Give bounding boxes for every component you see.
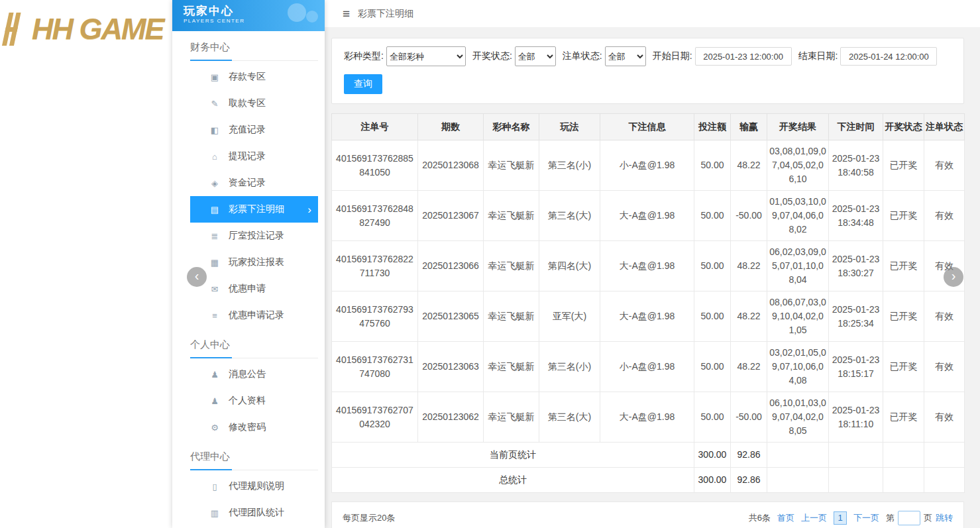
table-cell: 401569173762822711730 — [332, 241, 418, 291]
pagination-bar: 每页显示20条 共6条 首页 上一页 1 下一页 第 页 跳转 — [331, 502, 964, 528]
page-jump-button[interactable]: 跳转 — [936, 512, 953, 524]
table-cell: 48.22 — [731, 241, 767, 291]
start-date-input[interactable] — [695, 47, 792, 66]
lottery-type-select[interactable]: 全部彩种 — [386, 46, 466, 66]
table-cell: 已开奖 — [883, 191, 924, 241]
profile-icon: ♟ — [209, 396, 221, 406]
logo-panel: HH GAME — [0, 0, 172, 528]
content-area: 彩种类型: 全部彩种 开奖状态: 全部 注单状态: 全部 开始日期: 结束日期: — [325, 27, 980, 528]
message-icon: ♟ — [209, 370, 221, 380]
table-row: 40156917376288584105020250123068幸运飞艇新第三名… — [332, 140, 965, 191]
table-cell: 48.22 — [731, 140, 767, 191]
table-cell: 03,08,01,09,07,04,05,02,06,10 — [767, 140, 829, 191]
hall-bet-records-icon: ≣ — [209, 231, 221, 241]
table-cell: 小-A盘@1.98 — [600, 140, 694, 191]
draw-status-label: 开奖状态: — [472, 50, 512, 62]
recharge-records-icon: ◧ — [209, 125, 221, 135]
end-date-input[interactable] — [840, 47, 937, 66]
page-jump-input[interactable] — [898, 511, 920, 525]
table-cell: 已开奖 — [883, 392, 924, 443]
table-cell: 06,10,01,03,09,07,04,02,08,05 — [767, 392, 829, 443]
summary-row: 当前页统计300.0092.86 — [332, 443, 965, 468]
carousel-next-button[interactable]: › — [944, 267, 963, 287]
table-row: 40156917376273174708020250123063幸运飞艇新第三名… — [332, 342, 965, 392]
prev-page-link[interactable]: 上一页 — [801, 512, 827, 524]
table-cell: 03,02,01,05,09,07,10,06,04,08 — [767, 342, 829, 392]
sidebar: 玩家中心 PLAYERS CENTER 财务中心▣存款专区✎取款专区◧充值记录⌂… — [172, 0, 325, 528]
table-cell: 48.22 — [731, 342, 767, 392]
table-cell: 2025-01-23 18:15:17 — [829, 342, 883, 392]
table-cell: 50.00 — [694, 392, 731, 443]
sidebar-item-player-bet-report[interactable]: ▦玩家投注报表 — [190, 249, 318, 276]
table-cell: 已开奖 — [883, 342, 924, 392]
table-cell: 大-A盘@1.98 — [600, 241, 694, 291]
table-cell: 20250123063 — [418, 342, 484, 392]
table-cell: 幸运飞艇新 — [484, 291, 539, 342]
table-cell: 有效 — [924, 342, 965, 392]
table-cell: 50.00 — [694, 140, 731, 191]
table-cell: 20250123068 — [418, 140, 484, 191]
summary-label-cell: 当前页统计 — [332, 443, 694, 468]
sidebar-item-funds-records[interactable]: ◈资金记录 — [190, 170, 318, 196]
sidebar-item-promo-apply[interactable]: ✉优惠申请 — [190, 276, 318, 302]
sidebar-item-withdraw-zone[interactable]: ✎取款专区 — [190, 90, 318, 117]
sidebar-item-hall-bet-records[interactable]: ≣厅室投注记录 — [190, 223, 318, 249]
column-header: 彩种名称 — [484, 114, 539, 140]
table-cell: 401569173762731747080 — [332, 342, 418, 392]
draw-status-select[interactable]: 全部 — [515, 46, 556, 66]
lottery-bet-details-icon: ▤ — [209, 205, 221, 215]
brand-logo-text: HH GAME — [32, 12, 164, 46]
main-area: ≡ 彩票下注明细 彩种类型: 全部彩种 开奖状态: 全部 注单状态: 全部 — [325, 0, 980, 528]
filter-panel: 彩种类型: 全部彩种 开奖状态: 全部 注单状态: 全部 开始日期: 结束日期: — [331, 38, 964, 104]
sidebar-item-label: 提现记录 — [229, 150, 266, 162]
table-cell: 20250123062 — [418, 392, 484, 443]
table-cell: 20250123067 — [418, 191, 484, 241]
column-header: 注单状态 — [924, 114, 965, 140]
carousel-prev-button[interactable]: ‹ — [187, 267, 207, 287]
sidebar-item-recharge-records[interactable]: ◧充值记录 — [190, 117, 318, 143]
table-cell: 第四名(大) — [539, 241, 600, 291]
jump-suffix-label: 页 — [924, 512, 932, 524]
table-cell: 50.00 — [694, 241, 731, 291]
sidebar-item-profile[interactable]: ♟个人资料 — [190, 388, 318, 414]
table-cell: 大-A盘@1.98 — [600, 191, 694, 241]
hamburger-menu-icon[interactable]: ≡ — [343, 7, 350, 21]
table-cell: 20250123066 — [418, 241, 484, 291]
funds-records-icon: ◈ — [209, 178, 221, 188]
sidebar-item-promo-apply-records[interactable]: ≡优惠申请记录 — [190, 302, 318, 329]
summary-win-loss-cell: 92.86 — [731, 468, 767, 493]
sidebar-item-cashout-records[interactable]: ⌂提现记录 — [190, 143, 318, 170]
sidebar-item-label: 存款专区 — [229, 71, 266, 83]
summary-empty-cell — [829, 468, 883, 493]
sidebar-item-lottery-bet-details[interactable]: ▤彩票下注明细› — [190, 196, 318, 223]
sidebar-item-label: 彩票下注明细 — [229, 203, 284, 215]
first-page-link[interactable]: 首页 — [777, 512, 794, 524]
table-cell: 401569173762707042320 — [332, 392, 418, 443]
sidebar-item-deposit-zone[interactable]: ▣存款专区 — [190, 64, 318, 90]
column-header: 下注信息 — [600, 114, 694, 140]
sidebar-item-agent-team-stats[interactable]: ▥代理团队统计 — [190, 500, 318, 526]
next-page-link[interactable]: 下一页 — [853, 512, 879, 524]
sidebar-item-change-password[interactable]: ⚙修改密码 — [190, 414, 318, 441]
chevron-right-icon: › — [307, 204, 311, 215]
menu-section-title: 个人中心 — [190, 329, 318, 358]
current-page-indicator[interactable]: 1 — [834, 511, 847, 525]
sidebar-item-messages[interactable]: ♟消息公告 — [190, 361, 318, 388]
table-cell: 2025-01-23 18:40:58 — [829, 140, 883, 191]
bet-status-select[interactable]: 全部 — [605, 46, 646, 66]
column-header: 玩法 — [539, 114, 600, 140]
table-cell: 2025-01-23 18:11:10 — [829, 392, 883, 443]
sidebar-item-label: 充值记录 — [229, 124, 266, 136]
search-button[interactable]: 查询 — [344, 74, 382, 94]
summary-empty-cell — [829, 443, 883, 468]
promo-apply-icon: ✉ — [209, 284, 221, 294]
sidebar-item-agent-rules[interactable]: ▯代理规则说明 — [190, 473, 318, 500]
table-row: 40156917376284882749020250123067幸运飞艇新第三名… — [332, 191, 965, 241]
summary-row: 总统计300.0092.86 — [332, 468, 965, 493]
menu-section-title-text: 财务中心 — [190, 41, 232, 61]
table-cell: 08,06,07,03,09,10,04,02,01,05 — [767, 291, 829, 342]
summary-win-loss-cell: 92.86 — [731, 443, 767, 468]
summary-bet-total-cell: 300.00 — [694, 468, 731, 493]
pagination-controls: 共6条 首页 上一页 1 下一页 第 页 跳转 — [749, 511, 953, 525]
sidebar-item-label: 消息公告 — [229, 368, 266, 380]
